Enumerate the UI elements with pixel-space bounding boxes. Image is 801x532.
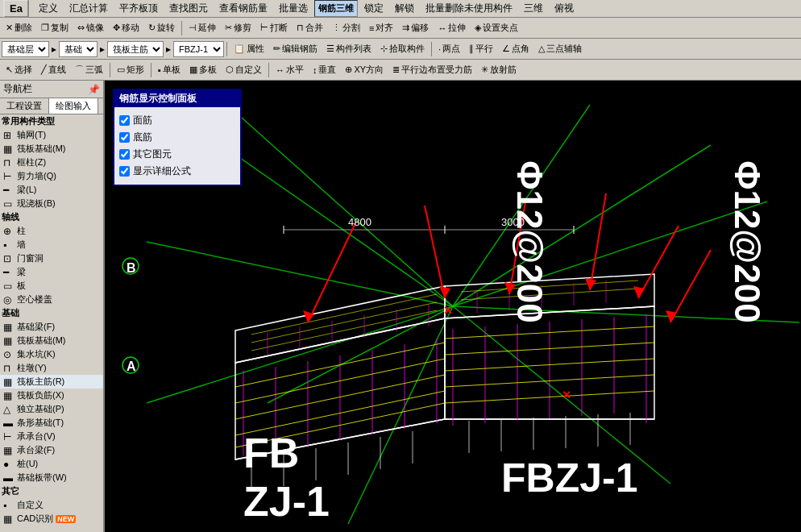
- menu-top-view[interactable]: 俯视: [550, 0, 579, 17]
- sidebar-item-beam2[interactable]: ━ 梁: [0, 265, 103, 279]
- separator-1: [181, 21, 182, 35]
- svg-line-80: [590, 193, 606, 290]
- panel-item-other-elements[interactable]: 其它图元: [119, 146, 235, 163]
- btn-pick-element[interactable]: ⊹ 拾取构件: [376, 40, 429, 57]
- sidebar-item-shear-wall[interactable]: ⊢ 剪力墙(Q): [0, 169, 103, 183]
- sidebar-item-isolated-found[interactable]: △ 独立基础(P): [0, 402, 103, 416]
- btn-vertical[interactable]: ↕ 垂直: [309, 61, 341, 78]
- sidebar-nav-tabs: 工程设置 绘图输入: [0, 98, 103, 114]
- btn-radial[interactable]: ✳ 放射筋: [477, 61, 521, 78]
- sidebar-item-column[interactable]: ⊓ 框柱(Z): [0, 156, 103, 169]
- component-type-select[interactable]: 基础: [59, 41, 98, 57]
- sidebar-item-beam[interactable]: ━ 梁(L): [0, 183, 103, 197]
- toolbar-draw: ↖ 选择 ╱ 直线 ⌒ 三弧 ▭ 矩形 ▪ 单板 ▦ 多板 ⬡ 自定义 ↔ 水平…: [0, 60, 801, 81]
- menu-batch-delete[interactable]: 批量删除未使用构件: [421, 0, 517, 17]
- btn-merge[interactable]: ⊓ 合并: [293, 19, 327, 36]
- sidebar-item-raft-bot-rebar[interactable]: ▦ 筏板负筋(X): [0, 389, 103, 402]
- svg-marker-83: [633, 286, 645, 298]
- sidebar-item-custom[interactable]: ▪ 自定义: [0, 498, 103, 512]
- btn-three-point-aux[interactable]: △ 三点辅轴: [534, 40, 586, 57]
- btn-mirror[interactable]: ⇔ 镜像: [73, 19, 108, 36]
- sidebar-item-cap-beam[interactable]: ▦ 承台梁(F): [0, 443, 103, 457]
- slab-icon: ▭: [3, 198, 15, 210]
- sidebar-item-col[interactable]: ⊕ 柱: [0, 224, 103, 238]
- menu-find-element[interactable]: 查找图元: [164, 0, 213, 17]
- menu-calculate[interactable]: 汇总计算: [64, 0, 113, 17]
- panel-item-bot-rebar[interactable]: 底筋: [119, 129, 235, 146]
- panel-item-top-rebar[interactable]: 面筋: [119, 112, 235, 129]
- btn-edit-rebar[interactable]: ✏ 编辑钢筋: [269, 40, 322, 57]
- sidebar-item-slab[interactable]: ▭ 现浇板(B): [0, 197, 103, 210]
- rebar-type-select[interactable]: 筏板主筋: [107, 41, 164, 57]
- btn-two-point[interactable]: · 两点: [434, 40, 464, 57]
- menu-3d[interactable]: 三维: [519, 0, 548, 17]
- btn-rect[interactable]: ▭ 矩形: [113, 61, 148, 78]
- vertical-icon: ↕: [313, 65, 317, 75]
- btn-trim[interactable]: ✂ 修剪: [221, 19, 255, 36]
- btn-element-list[interactable]: ☰ 构件列表: [322, 40, 376, 57]
- btn-custom[interactable]: ⬡ 自定义: [222, 61, 266, 78]
- btn-xy-dir[interactable]: ⊕ XY方向: [341, 61, 388, 78]
- sidebar-item-hollow-floor[interactable]: ◎ 空心楼盖: [0, 293, 103, 306]
- sidebar-item-pile[interactable]: ● 桩(U): [0, 457, 103, 471]
- btn-offset[interactable]: ⇉ 偏移: [398, 19, 433, 36]
- sidebar-item-floor-slab[interactable]: ▭ 板: [0, 279, 103, 293]
- panel-item-show-formula[interactable]: 显示详细公式: [119, 163, 235, 180]
- sidebar-item-pile-cap[interactable]: ⊢ 承承台(V): [0, 430, 103, 443]
- btn-split[interactable]: ⋮ 分割: [328, 19, 364, 36]
- element-select[interactable]: FBZJ-1: [173, 41, 224, 57]
- btn-grip[interactable]: ◈ 设置夹点: [471, 19, 522, 36]
- sidebar-tab-draw[interactable]: 绘图输入: [49, 98, 98, 114]
- checkbox-bot-rebar[interactable]: [119, 132, 130, 143]
- btn-delete[interactable]: ✕ 删除: [2, 19, 36, 36]
- separator-6: [268, 63, 269, 77]
- btn-line[interactable]: ╱ 直线: [37, 61, 70, 78]
- menu-define[interactable]: 定义: [34, 0, 63, 17]
- btn-align[interactable]: ≡ 对齐: [365, 19, 397, 36]
- sidebar-item-raft-foundation[interactable]: ▦ 筏板基础(M): [0, 142, 103, 156]
- btn-single-board[interactable]: ▪ 单板: [154, 61, 185, 78]
- sidebar-group-foundation: 基础: [0, 306, 103, 320]
- menu-rebar-3d[interactable]: 钢筋三维: [314, 0, 358, 17]
- canvas-area[interactable]: ✕ ✕ FB ZJ-1 FBZJ-1 Φ12@200 Φ12@200 4800 …: [105, 81, 801, 532]
- menu-view-rebar[interactable]: 查看钢筋量: [214, 0, 272, 17]
- btn-parallel-layout[interactable]: ≣ 平行边布置受力筋: [388, 61, 476, 78]
- btn-arc[interactable]: ⌒ 三弧: [71, 61, 107, 78]
- checkbox-top-rebar[interactable]: [119, 115, 130, 126]
- three-point-icon: △: [538, 44, 545, 54]
- sidebar-item-raft-found[interactable]: ▦ 筏板基础(M): [0, 334, 103, 347]
- sidebar-item-opening[interactable]: ⊡ 门窗洞: [0, 251, 103, 265]
- sidebar-tab-settings[interactable]: 工程设置: [0, 98, 49, 114]
- btn-properties[interactable]: 📋 属性: [230, 40, 268, 57]
- sidebar-item-found-strip[interactable]: ▬ 基础板带(W): [0, 471, 103, 484]
- btn-point-angle[interactable]: ∠ 点角: [498, 40, 533, 57]
- copy-icon: ❐: [41, 23, 49, 33]
- sidebar-item-strip-found[interactable]: ▬ 条形基础(T): [0, 416, 103, 430]
- menu-align-top[interactable]: 平齐板顶: [114, 0, 163, 17]
- layer-select[interactable]: 基础层: [2, 41, 49, 57]
- btn-extend[interactable]: ⊣ 延伸: [185, 19, 220, 36]
- btn-parallel[interactable]: ∥ 平行: [465, 40, 497, 57]
- menu-batch-select[interactable]: 批量选: [274, 0, 313, 17]
- sidebar-item-cad-recognize[interactable]: ▦ CAD识别 NEW: [0, 512, 103, 526]
- sidebar-item-raft-top-rebar[interactable]: ▦ 筏板主筋(R): [0, 375, 103, 389]
- list-icon: ☰: [326, 44, 334, 54]
- sidebar-item-col-cap[interactable]: ⊓ 柱墩(Y): [0, 361, 103, 375]
- sidebar-pin-icon[interactable]: 📌: [88, 84, 100, 95]
- btn-rotate[interactable]: ↻ 旋转: [144, 19, 179, 36]
- checkbox-formula[interactable]: [119, 166, 130, 177]
- btn-copy[interactable]: ❐ 复制: [37, 19, 73, 36]
- menu-lock[interactable]: 锁定: [359, 0, 388, 17]
- btn-multi-board[interactable]: ▦ 多板: [185, 61, 221, 78]
- btn-horizontal[interactable]: ↔ 水平: [272, 61, 308, 78]
- sidebar-item-wall[interactable]: ▪ 墙: [0, 238, 103, 251]
- sidebar-item-grid[interactable]: ⊞ 轴网(T): [0, 128, 103, 142]
- menu-unlock[interactable]: 解锁: [390, 0, 419, 17]
- checkbox-other-elements[interactable]: [119, 149, 130, 160]
- btn-move[interactable]: ✥ 移动: [109, 19, 143, 36]
- sidebar-item-sump[interactable]: ⊙ 集水坑(K): [0, 347, 103, 361]
- btn-break[interactable]: ⊢ 打断: [256, 19, 292, 36]
- btn-select[interactable]: ↖ 选择: [2, 61, 36, 78]
- sidebar-item-foundation-beam[interactable]: ▦ 基础梁(F): [0, 320, 103, 334]
- btn-stretch[interactable]: ↔ 拉伸: [434, 19, 470, 36]
